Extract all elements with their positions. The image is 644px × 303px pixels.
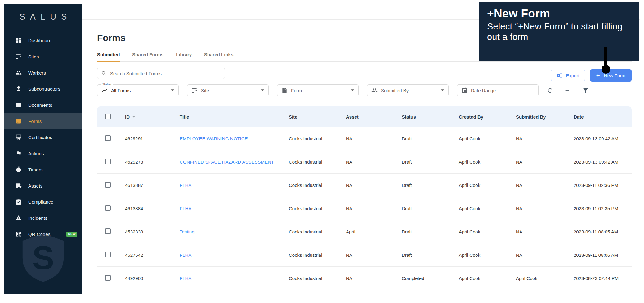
sidebar-item-label: Incidents [28, 215, 47, 221]
refresh-icon[interactable] [547, 87, 553, 94]
people-icon [371, 87, 378, 93]
onboarding-callout: +New Form Select “+New Form” to start fi… [479, 2, 639, 61]
table-row: 4613887 FLHA Cooks Industrial NA Draft A… [97, 174, 632, 197]
cell-created-by: April Cook [459, 252, 516, 258]
column-header-date: Date [574, 114, 632, 120]
sidebar-item-actions[interactable]: Actions [4, 145, 82, 161]
row-checkbox[interactable] [105, 135, 111, 141]
dashboard-grid-icon [16, 37, 22, 43]
cell-asset: NA [346, 183, 402, 188]
date-range-filter-placeholder: Date Range [471, 88, 496, 93]
tab-library[interactable]: Library [176, 52, 192, 62]
sidebar-item-label: Subcontractors [28, 86, 60, 92]
sidebar-item-forms[interactable]: Forms [4, 113, 82, 129]
cell-submitted-by: NA [516, 206, 574, 211]
form-title-link[interactable]: EMPLOYEE WARNING NOTICE [180, 136, 248, 141]
table-row: 4629278 CONFINED SPACE HAZARD ASSESSMENT… [97, 150, 632, 174]
submitted-by-filter[interactable]: Submitted By [367, 84, 449, 96]
cell-created-by: April Cook [459, 183, 516, 188]
status-filter[interactable]: Status All Forms [97, 84, 179, 96]
row-checkbox[interactable] [105, 275, 111, 281]
sidebar-item-dashboard[interactable]: Dashboard [4, 32, 82, 48]
truck-icon [16, 183, 22, 189]
sidebar-item-label: Forms [28, 119, 42, 124]
cell-status: Draft [402, 206, 459, 211]
plus-icon: + [596, 72, 600, 79]
search-box[interactable] [97, 68, 225, 79]
column-header-submitted-by: Submitted By [516, 114, 574, 120]
row-checkbox[interactable] [105, 182, 111, 188]
table-body: 4629291 EMPLOYEE WARNING NOTICE Cooks In… [97, 127, 632, 287]
chevron-down-icon [171, 89, 174, 91]
search-input[interactable] [110, 71, 221, 76]
sidebar-item-compliance[interactable]: Compliance [4, 194, 82, 210]
tab-submitted[interactable]: Submitted [97, 52, 120, 62]
sidebar: SΛLUS Dashboard Sites Workers Subcontrac… [4, 4, 82, 294]
sidebar-item-documents[interactable]: Documents [4, 97, 82, 113]
table-row: 4629291 EMPLOYEE WARNING NOTICE Cooks In… [97, 127, 632, 150]
sort-icon[interactable] [565, 87, 571, 94]
site-filter[interactable]: Site [187, 84, 269, 96]
sidebar-item-incidents[interactable]: Incidents [4, 210, 82, 226]
cell-status: Draft [402, 252, 459, 258]
select-all-checkbox[interactable] [105, 114, 111, 119]
form-title-link[interactable]: FLHA [180, 206, 191, 211]
sidebar-nav: Dashboard Sites Workers Subcontractors D… [4, 32, 82, 242]
form-title-link[interactable]: CONFINED SPACE HAZARD ASSESSMENT [180, 159, 274, 165]
row-checkbox[interactable] [105, 228, 111, 234]
cell-asset: NA [346, 276, 402, 281]
cell-date: 2023-08-23 02:44 PM [574, 276, 632, 281]
cell-site: Cooks Industrial [289, 159, 346, 165]
cell-date: 2023-09-13 09:42 AM [574, 159, 632, 165]
cell-date: 2023-09-11 02:36 PM [574, 183, 632, 188]
form-title-link[interactable]: FLHA [180, 183, 191, 188]
sidebar-item-certificates[interactable]: Certificates [4, 129, 82, 145]
cell-submitted-by: NA [516, 159, 574, 165]
certificate-icon [16, 134, 22, 140]
new-form-button[interactable]: + New Form [590, 69, 632, 82]
cell-site: Cooks Industrial [289, 229, 346, 234]
row-checkbox[interactable] [105, 205, 111, 211]
filter-funnel-icon[interactable] [582, 87, 589, 94]
sidebar-item-label: Assets [28, 183, 42, 188]
cell-date: 2023-09-11 08:05 AM [574, 229, 632, 234]
export-button[interactable]: Export [551, 70, 585, 81]
cell-site: Cooks Industrial [289, 252, 346, 258]
cell-date: 2023-09-11 08:06 AM [574, 252, 632, 258]
form-title-link[interactable]: FLHA [180, 276, 191, 281]
column-header-id[interactable]: ID [125, 114, 130, 120]
sidebar-item-label: Dashboard [28, 38, 51, 43]
new-badge: NEW [66, 232, 77, 237]
column-header-created-by: Created By [459, 114, 516, 120]
screen: SΛLUS Dashboard Sites Workers Subcontrac… [0, 0, 644, 303]
sidebar-item-workers[interactable]: Workers [4, 65, 82, 81]
cell-submitted-by: NA [516, 252, 574, 258]
form-filter[interactable]: Form [277, 84, 359, 96]
cell-submitted-by: NA [516, 183, 574, 188]
clipboard-check-icon [16, 199, 22, 205]
cell-created-by: April Cook [459, 206, 516, 211]
sidebar-item-label: Timers [28, 167, 42, 172]
row-checkbox[interactable] [105, 159, 111, 164]
chevron-down-icon [441, 89, 444, 91]
sidebar-item-assets[interactable]: Assets [4, 178, 82, 194]
cell-date: 2023-09-11 02:35 PM [574, 206, 632, 211]
cell-submitted-by: April Cook [516, 276, 574, 281]
date-range-filter[interactable]: Date Range [457, 84, 539, 96]
submitted-by-filter-placeholder: Submitted By [381, 88, 409, 93]
chevron-down-icon [351, 89, 354, 91]
tab-shared-links[interactable]: Shared Links [204, 52, 233, 62]
row-checkbox[interactable] [105, 252, 111, 257]
action-buttons: Export + New Form [551, 69, 632, 82]
people-icon [16, 70, 22, 76]
sidebar-item-sites[interactable]: Sites [4, 48, 82, 65]
cell-id: 4629291 [125, 136, 180, 141]
cell-created-by: April Cook [459, 159, 516, 165]
form-title-link[interactable]: FLHA [180, 252, 191, 258]
form-title-link[interactable]: Testing [180, 229, 195, 234]
site-filter-placeholder: Site [201, 88, 209, 93]
sidebar-item-subcontractors[interactable]: Subcontractors [4, 81, 82, 97]
cell-id: 4613887 [125, 183, 180, 188]
tab-shared-forms[interactable]: Shared Forms [132, 52, 163, 62]
sidebar-item-timers[interactable]: Timers [4, 161, 82, 178]
